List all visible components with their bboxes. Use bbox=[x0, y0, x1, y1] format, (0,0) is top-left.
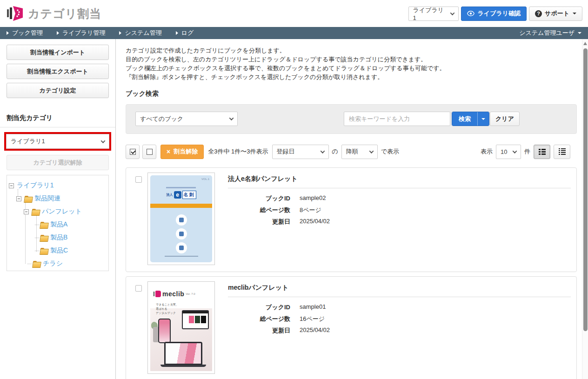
header-library-select[interactable]: ライブラリ1 bbox=[408, 7, 459, 21]
field-value: 8ページ bbox=[300, 206, 321, 214]
field-value: 16ページ bbox=[300, 315, 325, 323]
per-page-select[interactable]: 10 bbox=[496, 145, 521, 159]
tree-node-flyer[interactable]: チラシ bbox=[9, 257, 107, 270]
page-description: カテゴリ設定で作成したカテゴリにブックを分類します。 目的のブックを検索し、左の… bbox=[126, 46, 582, 81]
deselect-all-button[interactable] bbox=[142, 145, 156, 159]
book-search-heading: ブック検索 bbox=[126, 90, 582, 98]
sidebar: 割当情報インポート 割当情報エクスポート カテゴリ設定 割当先カテゴリ ライブラ… bbox=[0, 39, 116, 379]
sort-order-select[interactable]: 降順 bbox=[341, 145, 378, 159]
field-label: 総ページ数 bbox=[228, 315, 290, 323]
compact-view-button[interactable] bbox=[554, 145, 570, 159]
cover-meclib-logo: meclib Ver. 7.0 bbox=[155, 290, 195, 298]
nav-item-log[interactable]: ログ bbox=[176, 29, 194, 37]
cover-laptop-image bbox=[164, 342, 202, 365]
book-type-select[interactable]: すべてのブック bbox=[135, 112, 238, 126]
book-field-row: 更新日 2025/04/02 bbox=[228, 326, 571, 335]
select-all-button[interactable] bbox=[126, 145, 140, 159]
clear-button[interactable]: クリア bbox=[490, 112, 520, 126]
header-library-select-value: ライブラリ1 bbox=[413, 6, 447, 21]
sidebar-library-select[interactable]: ライブラリ1 bbox=[6, 134, 109, 149]
cover-tagline: できること充実、 選ばれる デジタルブック bbox=[156, 303, 179, 315]
nav-item-label: ブック管理 bbox=[12, 29, 43, 37]
book-details: meclibパンフレット ブックID sample01 総ページ数 16ページ … bbox=[215, 281, 571, 376]
scroll-up-arrow-icon[interactable] bbox=[583, 42, 587, 45]
tree-node-label[interactable]: 製品A bbox=[50, 220, 67, 229]
description-line: カテゴリ設定で作成したカテゴリにブックを分類します。 bbox=[126, 46, 582, 55]
meclib-mark-icon bbox=[155, 291, 161, 297]
sort-suffix-text: で表示 bbox=[381, 147, 399, 156]
search-options-toggle[interactable] bbox=[477, 112, 489, 126]
laptop-screen bbox=[166, 343, 201, 364]
chevron-down-icon bbox=[229, 116, 234, 120]
nav-item-system-management[interactable]: システム管理 bbox=[119, 29, 161, 37]
import-assignment-button[interactable]: 割当情報インポート bbox=[7, 45, 109, 60]
book-checkbox[interactable] bbox=[135, 176, 142, 183]
cover-phone-image bbox=[158, 319, 171, 343]
tree-node-product-c[interactable]: 製品C bbox=[9, 244, 107, 257]
book-cover-meclib: meclib Ver. 7.0 できること充実、 選ばれる デジタルブック bbox=[150, 284, 212, 371]
question-icon bbox=[535, 10, 542, 17]
cover-orange-band bbox=[150, 204, 212, 208]
book-thumbnail[interactable]: meclib Ver. 7.0 できること充実、 選ばれる デジタルブック bbox=[147, 281, 215, 374]
cover-circle-icon bbox=[176, 228, 187, 239]
book-checkbox[interactable] bbox=[135, 285, 142, 292]
category-settings-label: カテゴリ設定 bbox=[39, 86, 76, 95]
book-search-panel: すべてのブック 検索 クリア bbox=[126, 104, 577, 134]
vertical-scrollbar[interactable] bbox=[582, 39, 588, 379]
tree-node-label[interactable]: ライブラリ1 bbox=[17, 181, 53, 190]
scrollbar-thumb[interactable] bbox=[583, 48, 588, 331]
export-assignment-button[interactable]: 割当情報エクスポート bbox=[7, 64, 109, 79]
search-button[interactable]: 検索 bbox=[452, 112, 477, 126]
tree-collapse-icon[interactable] bbox=[9, 183, 14, 188]
search-split-button[interactable]: 検索 bbox=[452, 112, 489, 126]
nav-item-label: システム管理 bbox=[125, 29, 161, 37]
cover-logo-suffix: 名刺 bbox=[182, 191, 196, 199]
tree-connector-line bbox=[27, 264, 32, 264]
sort-field-value: 登録日 bbox=[277, 147, 295, 156]
tree-node-product-related[interactable]: 製品関連 bbox=[9, 192, 107, 205]
cover-subtitle-bar bbox=[166, 187, 196, 188]
tree-collapse-icon[interactable] bbox=[16, 196, 21, 201]
tree-node-label[interactable]: 製品B bbox=[50, 233, 67, 242]
caret-down-icon bbox=[573, 13, 576, 14]
detail-view-button[interactable] bbox=[534, 145, 550, 159]
user-menu[interactable]: システム管理ユーザ bbox=[519, 29, 581, 37]
clear-label: クリア bbox=[495, 115, 514, 123]
tree-node-label[interactable]: 製品C bbox=[50, 246, 68, 255]
main-content: カテゴリ設定で作成したカテゴリにブックを分類します。 目的のブックを検索し、左の… bbox=[116, 39, 588, 379]
tree-connector-line bbox=[35, 238, 39, 238]
description-line: 『割当解除』ボタンを押すと、チェックボックスを選択したブックの分類が取り消されま… bbox=[126, 73, 582, 81]
keyword-input[interactable] bbox=[344, 112, 450, 126]
field-label: ブックID bbox=[228, 194, 290, 203]
divider bbox=[228, 297, 571, 297]
folder-icon bbox=[24, 196, 32, 202]
cover-logo-name: meclib bbox=[162, 290, 184, 298]
support-button[interactable]: サポート bbox=[529, 7, 582, 21]
book-thumbnail[interactable]: VOL.1 法人 e 名刺 bbox=[147, 173, 215, 265]
tree-node-label[interactable]: 製品関連 bbox=[34, 194, 60, 203]
library-check-button[interactable]: ライブラリ確認 bbox=[461, 7, 527, 21]
triangle-right-icon bbox=[7, 31, 9, 35]
tree-node-product-a[interactable]: 製品A bbox=[9, 218, 107, 231]
tagline-line: できること充実、 bbox=[156, 303, 179, 307]
triangle-right-icon bbox=[176, 31, 178, 35]
red-annotation-highlight: ライブラリ1 bbox=[4, 132, 111, 151]
category-deselect-button[interactable]: カテゴリ選択解除 bbox=[7, 155, 109, 170]
nav-item-library-management[interactable]: ライブラリ管理 bbox=[57, 29, 106, 37]
tree-node-product-b[interactable]: 製品B bbox=[9, 231, 107, 244]
tree-node-library1[interactable]: ライブラリ1 bbox=[9, 179, 107, 192]
field-label: 更新日 bbox=[228, 326, 290, 335]
tree-node-label[interactable]: パンフレット bbox=[42, 207, 82, 216]
category-settings-button[interactable]: カテゴリ設定 bbox=[7, 83, 109, 98]
nav-item-book-management[interactable]: ブック管理 bbox=[7, 29, 43, 37]
tree-collapse-icon[interactable] bbox=[24, 209, 29, 214]
triangle-right-icon bbox=[57, 31, 59, 35]
sort-field-select[interactable]: 登録日 bbox=[272, 145, 329, 159]
unassign-button[interactable]: 割当解除 bbox=[160, 145, 204, 159]
tree-node-label[interactable]: チラシ bbox=[43, 259, 63, 268]
chevron-down-icon bbox=[369, 149, 374, 153]
tree-node-pamphlet[interactable]: パンフレット bbox=[9, 205, 107, 218]
folder-icon bbox=[40, 222, 48, 228]
export-assignment-label: 割当情報エクスポート bbox=[27, 67, 88, 76]
book-details: 法人e名刺パンフレット ブックID sample02 総ページ数 8ページ 更新… bbox=[215, 173, 571, 267]
